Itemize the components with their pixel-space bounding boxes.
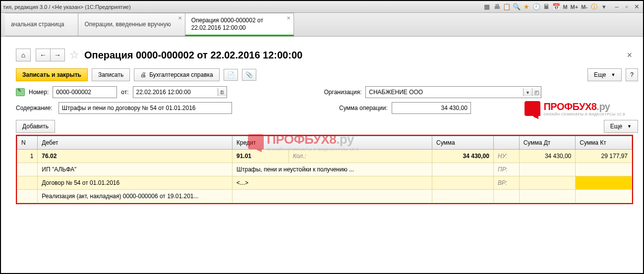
- search-icon[interactable]: 🔍: [512, 2, 521, 11]
- cell-nu: НУ:: [493, 150, 519, 163]
- tab-label: Операции, введенные вручную: [84, 21, 171, 28]
- col-n[interactable]: N: [17, 136, 38, 150]
- cell-sub-d2[interactable]: ИП "АЛЬФА": [38, 163, 233, 176]
- date-field[interactable]: 22.02.2016 12:00:00🗓: [133, 86, 227, 98]
- save-close-button[interactable]: Записать и закрыть: [16, 68, 88, 81]
- dropdown-icon[interactable]: ▾: [523, 88, 532, 96]
- content-label: Содержание:: [16, 105, 55, 111]
- col-sum[interactable]: Сумма: [432, 136, 493, 150]
- cell-pr: ПР:: [493, 163, 519, 176]
- info-icon[interactable]: ⓘ: [589, 2, 598, 11]
- col-blank: [493, 136, 519, 150]
- tab-start[interactable]: ачальная страница: [5, 13, 78, 36]
- from-label: от:: [121, 89, 128, 96]
- col-sumdt[interactable]: Сумма Дт: [519, 136, 576, 150]
- home-button[interactable]: ⌂: [16, 49, 31, 61]
- doc-button[interactable]: [224, 69, 238, 81]
- brand-logo: ПРОФБУХ8.ру ОНЛАЙН-СЕМИНАРЫ И ВИДЕОКУРСЫ…: [525, 101, 625, 116]
- cell-sub-d3[interactable]: Договор № 54 от 01.01.2016: [38, 176, 233, 190]
- close-window-icon[interactable]: ✕: [632, 2, 641, 11]
- page-title: Операция 0000-000002 от 22.02.2016 12:00…: [84, 50, 302, 61]
- help-button[interactable]: ?: [626, 68, 638, 81]
- cell-sumdt[interactable]: 34 430,00: [519, 150, 576, 163]
- doc-icon: [227, 71, 234, 78]
- col-sumkt[interactable]: Сумма Кт: [576, 136, 632, 150]
- sum-label: Сумма операции:: [339, 105, 388, 111]
- cell-highlight[interactable]: [576, 176, 632, 190]
- clipboard-icon[interactable]: 📋: [502, 2, 511, 11]
- minimize-icon[interactable]: –: [612, 2, 621, 11]
- grid-more-button[interactable]: Еще ▼: [604, 120, 638, 133]
- back-button[interactable]: ←: [36, 49, 51, 61]
- org-label: Организация:: [324, 89, 362, 96]
- history-icon[interactable]: 🕘: [532, 2, 541, 11]
- sum-field[interactable]: 34 430,00: [392, 102, 471, 114]
- tab-close-icon[interactable]: ✕: [287, 15, 291, 21]
- col-debit[interactable]: Дебет: [38, 136, 233, 150]
- cell-sub-d4[interactable]: Реализация (акт, накладная) 0000-000006 …: [38, 190, 233, 203]
- app-title: тия, редакция 3.0 / <Не указан> (1С:Пред…: [3, 4, 131, 10]
- col-credit[interactable]: Кредит: [232, 136, 432, 150]
- calendar-icon[interactable]: 📅: [552, 2, 561, 11]
- attach-button[interactable]: [242, 69, 256, 81]
- cell-kol: Кол.:: [289, 150, 432, 163]
- content-field[interactable]: Штрафы и пени по договору № 54 от 01.01.…: [59, 102, 232, 114]
- cell-sumkt[interactable]: 29 177,97: [576, 150, 632, 163]
- more-button[interactable]: Еще ▼: [587, 68, 622, 81]
- star-icon[interactable]: ★: [522, 2, 531, 11]
- tab-label: ачальная страница: [11, 21, 64, 28]
- tab-close-icon[interactable]: ✕: [178, 15, 182, 21]
- cell-sum[interactable]: 34 430,00: [432, 150, 493, 163]
- report-button[interactable]: Бухгалтерская справка: [134, 68, 220, 81]
- memo-mplus[interactable]: M+: [570, 4, 580, 10]
- cell-credit-acct[interactable]: 91.01: [232, 150, 289, 163]
- number-label: Номер:: [29, 89, 49, 96]
- open-icon[interactable]: ◰: [532, 88, 541, 96]
- status-badge-icon: [16, 88, 25, 96]
- calc-icon[interactable]: 🖩: [542, 2, 551, 11]
- entry-grid[interactable]: N Дебет Кредит Сумма Сумма Дт Сумма Кт 1…: [16, 135, 633, 204]
- favorite-icon[interactable]: ☆: [69, 49, 79, 61]
- maximize-icon[interactable]: ▫: [622, 2, 631, 11]
- number-field[interactable]: 0000-000002: [53, 86, 117, 98]
- forward-button[interactable]: →: [50, 49, 65, 61]
- tab-current[interactable]: Операция 0000-000002 от 22.02.2016 12:00…: [185, 13, 294, 36]
- cell-debit-acct[interactable]: 76.02: [38, 150, 233, 163]
- cell-n: 1: [17, 150, 38, 163]
- cell-sub-c3[interactable]: <...>: [232, 176, 432, 190]
- dropdown-icon[interactable]: ▾: [599, 2, 608, 11]
- memo-mminus[interactable]: M-: [580, 4, 588, 10]
- tab-label: Операция 0000-000002 от 22.02.2016 12:00…: [191, 17, 280, 31]
- save-button[interactable]: Записать: [92, 68, 130, 81]
- calendar-picker-icon[interactable]: 🗓: [218, 88, 227, 96]
- cell-vr: ВР:: [493, 176, 519, 190]
- toolbar-icon-1[interactable]: ▦: [482, 2, 491, 11]
- add-button[interactable]: Добавить: [16, 120, 55, 133]
- tab-operations[interactable]: Операции, введенные вручную ✕: [78, 13, 185, 36]
- clip-icon: [245, 71, 253, 78]
- cell-sub-c2[interactable]: Штрафы, пени и неустойки к получению ...: [232, 163, 432, 176]
- memo-m[interactable]: M: [562, 4, 568, 10]
- print-icon[interactable]: 🖶: [492, 2, 501, 11]
- close-form-icon[interactable]: ×: [627, 50, 632, 60]
- org-field[interactable]: СНАБЖЕНИЕ ООО▾◰: [365, 86, 541, 98]
- printer-icon: [140, 71, 146, 78]
